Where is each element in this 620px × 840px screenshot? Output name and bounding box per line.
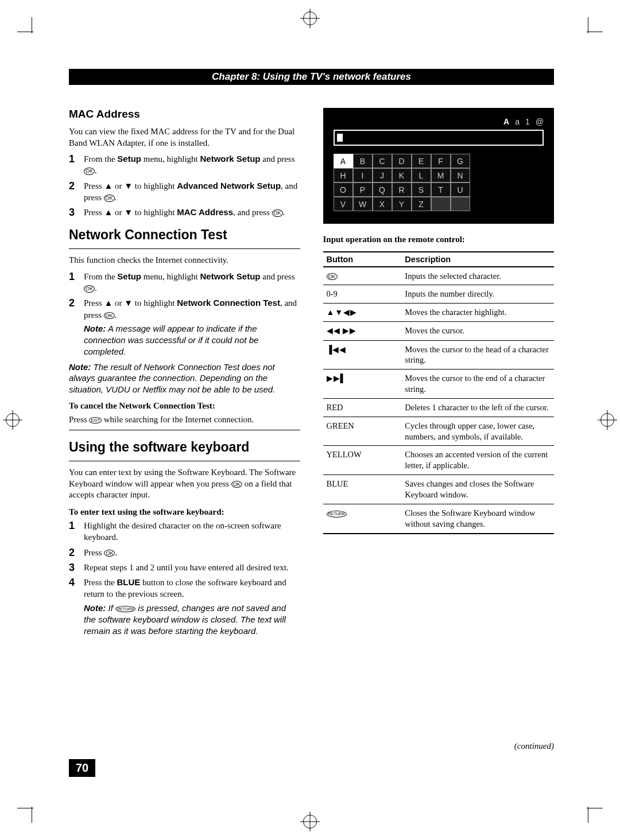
- description-cell: Moves the cursor to the end of a charact…: [401, 370, 554, 399]
- button-cell: OK: [323, 267, 402, 285]
- ok-icon: OK: [104, 195, 115, 202]
- osk-key: S: [412, 182, 431, 197]
- osk-key-a: A: [334, 154, 353, 168]
- crop-mark: [17, 32, 33, 32]
- osk-grid: A B C D E F G H I J K L M N O P Q: [334, 154, 544, 211]
- nct-note-2: Note: The result of Network Connection T…: [69, 361, 300, 395]
- osk-key: N: [451, 168, 470, 182]
- osk-empty: [451, 197, 470, 211]
- description-cell: Inputs the number directly.: [401, 285, 554, 304]
- crop-mark: [32, 17, 32, 33]
- sk-subhead: To enter text using the software keyboar…: [69, 507, 300, 518]
- osk-input-field: [334, 130, 544, 146]
- left-column: MAC Address You can view the fixed MAC a…: [69, 108, 300, 640]
- button-cell: BLUE: [323, 475, 402, 504]
- section-rule: [69, 461, 300, 461]
- description-cell: Moves the cursor.: [401, 322, 554, 340]
- table-row: 0-9Inputs the number directly.: [323, 285, 555, 304]
- table-row: YELLOWChooses an accented version of the…: [323, 446, 555, 475]
- osk-key: R: [392, 182, 412, 197]
- nct-cancel-heading: To cancel the Network Connection Test:: [69, 400, 300, 412]
- mac-step-1: From the Setup menu, highlight Network S…: [69, 153, 300, 177]
- mac-intro: You can view the fixed MAC address for t…: [69, 126, 300, 149]
- nct-step-note: Note: A message will appear to indicate …: [84, 323, 300, 358]
- osk-mode: 1: [525, 117, 530, 126]
- osk-key: F: [431, 154, 451, 168]
- table-row: OKInputs the selected character.: [323, 267, 555, 285]
- button-cell: YELLOW: [323, 446, 402, 475]
- arrow-icons: ▶▶▌: [327, 374, 347, 383]
- description-cell: Moves the cursor to the head of a charac…: [401, 340, 554, 370]
- text-cursor: [337, 134, 343, 142]
- osk-key: K: [392, 168, 412, 182]
- arrow-icons: ▐◀◀: [327, 345, 347, 354]
- osk-key: I: [353, 168, 373, 182]
- return-icon: RETURN: [115, 606, 135, 613]
- mac-step-3: Press ▲ or ▼ to highlight MAC Address, a…: [69, 207, 300, 218]
- osk-key: M: [431, 168, 451, 182]
- content-columns: MAC Address You can view the fixed MAC a…: [69, 108, 554, 640]
- osk-key: O: [334, 182, 353, 197]
- crop-mark: [588, 807, 588, 823]
- osk-key: X: [373, 197, 392, 211]
- sk-step-4: Press the BLUE button to close the softw…: [69, 577, 300, 637]
- crop-mark: [587, 808, 603, 808]
- mac-address-heading: MAC Address: [69, 108, 300, 120]
- ok-icon: OK: [104, 550, 115, 557]
- on-screen-keyboard: A a 1 @ A B C D E F G H I: [323, 108, 555, 224]
- osk-key: V: [334, 197, 353, 211]
- osk-mode: @: [536, 117, 544, 126]
- crop-mark: [32, 807, 32, 823]
- manual-page: Chapter 8: Using the TV's network featur…: [0, 0, 620, 840]
- network-connection-test-heading: Network Connection Test: [69, 227, 300, 243]
- osk-mode-row: A a 1 @: [334, 117, 544, 126]
- ok-icon: OK: [84, 168, 95, 175]
- sk-steps: Highlight the desired character on the o…: [69, 520, 300, 637]
- osk-key: H: [334, 168, 353, 182]
- sk-step-note: Note: If RETURN is pressed, changes are …: [84, 602, 300, 637]
- nct-cancel-text: Press EXIT while searching for the Inter…: [69, 414, 300, 426]
- button-cell: ▐◀◀: [323, 340, 402, 370]
- description-cell: Chooses an accented version of the curre…: [401, 446, 554, 475]
- chapter-header: Chapter 8: Using the TV's network featur…: [69, 69, 554, 85]
- table-row: GREENCycles through upper case, lower ca…: [323, 417, 555, 446]
- continued-label: (continued): [514, 741, 554, 751]
- osk-key: U: [451, 182, 470, 197]
- description-cell: Closes the Software Keyboard window with…: [401, 504, 554, 533]
- ok-icon: OK: [272, 209, 283, 217]
- button-cell: 0-9: [323, 285, 402, 304]
- registration-mark: [600, 413, 614, 427]
- nct-steps: From the Setup menu, highlight Network S…: [69, 271, 300, 358]
- remote-table-title: Input operation on the remote control:: [323, 234, 555, 246]
- arrow-icons: ▲▼◀▶: [327, 308, 358, 317]
- description-cell: Deletes 1 character to the left of the c…: [401, 398, 554, 417]
- osk-key: G: [451, 154, 470, 168]
- osk-key: Q: [373, 182, 392, 197]
- page-number: 70: [69, 759, 95, 777]
- table-row: BLUESaves changes and closes the Softwar…: [323, 475, 555, 504]
- description-cell: Cycles through upper case, lower case, n…: [401, 417, 554, 446]
- sk-intro: You can enter text by using the Software…: [69, 467, 300, 501]
- osk-mode: A: [503, 117, 509, 126]
- button-cell: ◀◀ ▶▶: [323, 322, 402, 340]
- remote-button-table: Button Description OKInputs the selected…: [323, 251, 555, 534]
- registration-mark: [6, 413, 20, 427]
- osk-key: E: [412, 154, 431, 168]
- nct-intro: This function checks the Internet connec…: [69, 255, 300, 266]
- return-icon: RETURN: [327, 511, 347, 518]
- button-cell: GREEN: [323, 417, 402, 446]
- table-row: ▶▶▌Moves the cursor to the end of a char…: [323, 370, 555, 399]
- osk-key: C: [373, 154, 392, 168]
- button-cell: RED: [323, 398, 402, 417]
- arrow-icons: ◀◀ ▶▶: [327, 326, 357, 335]
- crop-mark: [17, 808, 33, 808]
- software-keyboard-heading: Using the software keyboard: [69, 440, 300, 455]
- osk-key: T: [431, 182, 451, 197]
- osk-key: B: [353, 154, 373, 168]
- section-rule: [69, 248, 300, 249]
- col-button: Button: [323, 252, 402, 267]
- exit-icon: EXIT: [89, 417, 102, 424]
- table-row: RETURNCloses the Software Keyboard windo…: [323, 504, 555, 533]
- crop-mark: [587, 32, 603, 32]
- osk-empty: [431, 197, 451, 211]
